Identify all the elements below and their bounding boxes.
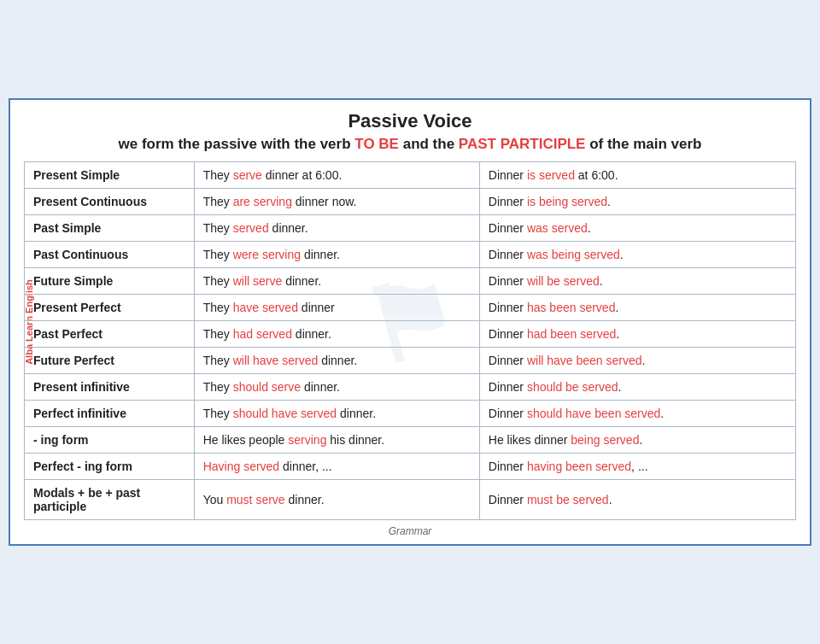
active-cell: They served dinner. bbox=[194, 215, 479, 242]
tense-cell: Past Simple bbox=[25, 215, 195, 242]
active-cell: He likes people serving his dinner. bbox=[194, 427, 479, 454]
tense-cell: Future Perfect bbox=[25, 348, 195, 374]
active-cell: You must serve dinner. bbox=[194, 480, 479, 520]
tense-cell: Past Perfect bbox=[25, 321, 195, 348]
subtitle-after: of the main verb bbox=[585, 136, 701, 152]
page-title: Passive Voice bbox=[24, 110, 796, 132]
tense-cell: Modals + be + past participle bbox=[25, 480, 195, 520]
passive-cell: Dinner is served at 6:00. bbox=[479, 162, 795, 189]
tense-cell: Present infinitive bbox=[25, 374, 195, 401]
tense-cell: Perfect - ing form bbox=[25, 454, 195, 480]
subtitle-between: and the bbox=[399, 136, 459, 152]
passive-cell: Dinner having been served, ... bbox=[479, 454, 795, 480]
tense-cell: Past Continuous bbox=[25, 242, 195, 268]
passive-cell: Dinner should be served. bbox=[479, 374, 795, 401]
passive-cell: Dinner was being served. bbox=[479, 242, 795, 268]
subtitle: we form the passive with the verb TO BE … bbox=[24, 136, 796, 153]
passive-cell: Dinner was served. bbox=[479, 215, 795, 242]
passive-cell: He likes dinner being served. bbox=[479, 427, 795, 454]
tense-cell: Present Simple bbox=[25, 162, 195, 189]
tense-cell: - ing form bbox=[25, 427, 195, 454]
passive-cell: Dinner has been served. bbox=[479, 295, 795, 321]
tense-cell: Present Perfect bbox=[25, 295, 195, 321]
active-cell: They should serve dinner. bbox=[194, 374, 479, 401]
tense-cell: Perfect infinitive bbox=[25, 401, 195, 427]
subtitle-before: we form the passive with the verb bbox=[119, 136, 355, 152]
active-cell: They will serve dinner. bbox=[194, 268, 479, 295]
passive-cell: Dinner must be served. bbox=[479, 480, 795, 520]
passive-cell: Dinner will be served. bbox=[479, 268, 795, 295]
passive-cell: Dinner had been served. bbox=[479, 321, 795, 348]
to-be-text: TO BE bbox=[354, 136, 399, 152]
grammar-table: Present SimpleThey serve dinner at 6:00.… bbox=[24, 161, 796, 520]
footer-label: Grammar bbox=[24, 525, 796, 537]
passive-cell: Dinner is being served. bbox=[479, 189, 795, 215]
active-cell: They should have served dinner. bbox=[194, 401, 479, 427]
main-container: ⚑ Alba Learn English Passive Voice we fo… bbox=[9, 98, 811, 546]
active-cell: They were serving dinner. bbox=[194, 242, 479, 268]
active-cell: They serve dinner at 6:00. bbox=[194, 162, 479, 189]
tense-cell: Future Simple bbox=[25, 268, 195, 295]
past-participle-text: PAST PARTICIPLE bbox=[459, 136, 586, 152]
passive-cell: Dinner should have been served. bbox=[479, 401, 795, 427]
active-cell: They have served dinner bbox=[194, 295, 479, 321]
active-cell: They will have served dinner. bbox=[194, 348, 479, 374]
active-cell: They are serving dinner now. bbox=[194, 189, 479, 215]
active-cell: Having served dinner, ... bbox=[194, 454, 479, 480]
active-cell: They had served dinner. bbox=[194, 321, 479, 348]
passive-cell: Dinner will have been served. bbox=[479, 348, 795, 374]
tense-cell: Present Continuous bbox=[25, 189, 195, 215]
